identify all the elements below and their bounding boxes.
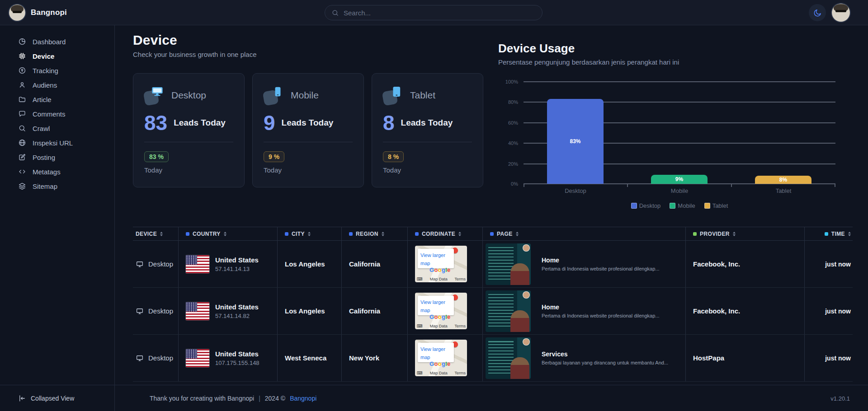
percent-badge: 9 %	[264, 151, 284, 162]
map-thumbnail[interactable]: View larger map Google ⌨ Map Data Terms	[415, 246, 467, 282]
search-box[interactable]	[325, 5, 542, 20]
column-header-provider[interactable]: PROVIDER	[686, 227, 805, 240]
sidebar-item-device[interactable]: Device	[0, 49, 114, 63]
map-thumbnail[interactable]: View larger map Google ⌨ Map Data Terms	[415, 293, 467, 329]
map-data-label[interactable]: Map Data	[430, 371, 448, 375]
column-header-country[interactable]: COUNTRY	[179, 227, 278, 240]
user-menu[interactable]	[832, 4, 850, 22]
sort-icon	[516, 232, 519, 236]
terms-link[interactable]: Terms	[455, 371, 466, 375]
bar-value-label: 8%	[779, 177, 787, 183]
user-icon	[18, 81, 26, 89]
us-flag-icon	[186, 349, 209, 367]
monitor-icon	[136, 307, 144, 315]
cordinate-cell: View larger map Google ⌨ Map Data Terms	[408, 241, 483, 287]
search-input[interactable]	[344, 9, 536, 17]
column-header-device[interactable]: DEVICE	[133, 227, 179, 240]
sidebar: Dashboard Device Tracking Audiens Articl…	[0, 25, 115, 411]
country-name: United States	[215, 303, 259, 311]
sidebar-item-comments[interactable]: Comments	[0, 107, 114, 121]
page-thumbnail[interactable]	[486, 337, 531, 379]
page-thumbnail[interactable]	[486, 290, 531, 332]
sidebar-item-label: Tracking	[33, 67, 58, 75]
collapsed-view-button[interactable]: Collapsed View	[18, 394, 74, 402]
column-header-page[interactable]: PAGE	[483, 227, 686, 240]
legend-item-desktop[interactable]: Desktop	[631, 202, 661, 209]
sidebar-item-article[interactable]: Article	[0, 92, 114, 107]
brand[interactable]: Bangnopi	[9, 5, 67, 21]
dark-mode-toggle[interactable]	[809, 4, 826, 21]
page-title-text: Services	[542, 350, 668, 358]
column-dot	[490, 232, 494, 236]
google-logo: Google	[429, 313, 451, 320]
page-header: Device Check your business growth in one…	[133, 33, 257, 58]
terms-link[interactable]: Terms	[455, 324, 466, 328]
app-version: v1.20.1	[830, 395, 850, 402]
tablet-icon	[383, 85, 405, 105]
bar-tablet[interactable]: 8%	[755, 176, 811, 184]
map-data-label[interactable]: Map Data	[430, 277, 448, 281]
device-cell: Desktop	[133, 241, 179, 287]
leads-count: 9	[264, 112, 275, 133]
bar-area: 83% 9% 8%	[524, 81, 835, 184]
page-thumbnail[interactable]	[486, 243, 531, 285]
footer-brand-link[interactable]: Bangnopi	[290, 395, 316, 402]
country-cell: United States 57.141.14.82	[179, 288, 278, 334]
y-tick-label: 40%	[498, 140, 518, 146]
provider-cell: Facebook, Inc.	[686, 241, 805, 287]
sidebar-item-tracking[interactable]: Tracking	[0, 63, 114, 78]
legend-item-tablet[interactable]: Tablet	[704, 202, 728, 209]
ip-address: 57.141.14.13	[215, 266, 259, 272]
view-larger-map-link[interactable]: View larger map	[420, 252, 445, 266]
sidebar-item-audiens[interactable]: Audiens	[0, 78, 114, 92]
pie-chart-icon	[18, 37, 26, 46]
y-tick-label: 60%	[498, 120, 518, 126]
mobile-icon	[264, 85, 285, 105]
legend-swatch	[631, 203, 637, 209]
column-header-cordinate[interactable]: CORDINATE	[408, 227, 483, 240]
x-tick-label: Tablet	[731, 187, 835, 194]
google-logo: Google	[429, 360, 451, 367]
map-thumbnail[interactable]: View larger map Google ⌨ Map Data Terms	[415, 340, 467, 376]
globe-icon	[18, 139, 26, 147]
cordinate-cell: View larger map Google ⌨ Map Data Terms	[408, 288, 483, 334]
terms-link[interactable]: Terms	[455, 277, 466, 281]
sidebar-item-metatags[interactable]: Metatags	[0, 164, 114, 179]
bar-mobile[interactable]: 9%	[651, 175, 708, 184]
sidebar-item-label: Device	[33, 52, 54, 60]
provider-cell: Facebook, Inc.	[686, 288, 805, 334]
column-header-time[interactable]: TIME	[805, 227, 853, 240]
period-label: Today	[144, 166, 233, 174]
brand-logo-avatar	[9, 5, 25, 21]
map-data-label[interactable]: Map Data	[430, 324, 448, 328]
footer: Collapsed View Thank you for creating wi…	[0, 385, 868, 411]
page-cell: Services Berbagai layanan yang dirancang…	[483, 335, 686, 381]
sidebar-item-sitemap[interactable]: Sitemap	[0, 179, 114, 193]
page-description: Berbagai layanan yang dirancang untuk me…	[542, 360, 668, 365]
legend-swatch	[670, 203, 675, 209]
cordinate-cell: View larger map Google ⌨ Map Data Terms	[408, 335, 483, 381]
card-device-label: Tablet	[410, 90, 435, 101]
device-cell: Desktop	[133, 335, 179, 381]
view-larger-map-link[interactable]: View larger map	[420, 346, 445, 360]
column-dot	[349, 232, 353, 236]
bar-desktop[interactable]: 83%	[547, 99, 604, 184]
legend-item-mobile[interactable]: Mobile	[670, 202, 695, 209]
table-header: DEVICE COUNTRY CITY REGION CORDINATE	[133, 227, 853, 241]
sidebar-item-dashboard[interactable]: Dashboard	[0, 34, 114, 49]
chart-legend: Desktop Mobile Tablet	[524, 202, 835, 209]
country-cell: United States 57.141.14.13	[179, 241, 278, 287]
legend-label: Desktop	[639, 202, 661, 209]
view-larger-map-link[interactable]: View larger map	[420, 299, 445, 313]
time-cell: just now	[805, 241, 853, 287]
column-header-region[interactable]: REGION	[342, 227, 408, 240]
sidebar-item-inspeksi-url[interactable]: Inspeksi URL	[0, 135, 114, 150]
sidebar-item-crawl[interactable]: Crawl	[0, 121, 114, 135]
leads-count: 8	[383, 112, 395, 133]
column-header-city[interactable]: CITY	[278, 227, 342, 240]
sidebar-item-posting[interactable]: Posting	[0, 150, 114, 164]
chat-icon	[18, 110, 26, 118]
search-icon	[331, 9, 339, 17]
column-dot	[186, 232, 189, 236]
sidebar-item-label: Comments	[33, 110, 66, 118]
